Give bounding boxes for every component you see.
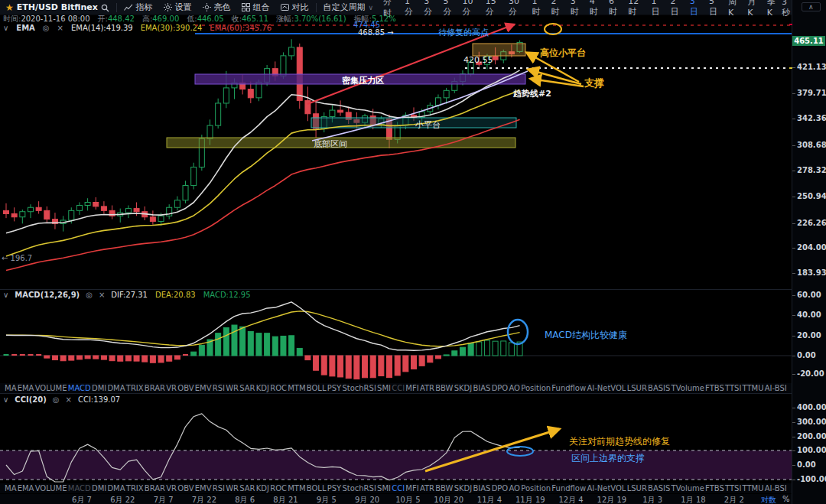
toolbar-button-亮色[interactable]: 亮色 [197, 2, 236, 13]
settings-target-icon[interactable]: ◎ [53, 395, 60, 404]
tab-BOLL[interactable]: BOLL [307, 384, 327, 392]
toolbar-button-设置[interactable]: 设置 [158, 2, 197, 13]
tab-FTBS[interactable]: FTBS [705, 384, 724, 392]
tab-AO[interactable]: AO [509, 384, 520, 392]
period-button-月K[interactable]: 月K [743, 0, 762, 19]
tab-TTMU[interactable]: TTMU [743, 484, 764, 493]
close-icon[interactable]: × [99, 291, 105, 299]
tab-SMI[interactable]: SMI [377, 484, 391, 493]
tab-BBW[interactable]: BBW [435, 384, 453, 392]
axis-collapse-button[interactable]: ∧ [802, 2, 821, 11]
macd-panel-chart[interactable] [0, 298, 792, 382]
tab-Position[interactable]: Position [521, 484, 551, 493]
tab-MTM[interactable]: MTM [288, 384, 305, 392]
collapse-caret-icon[interactable]: ∨ [3, 395, 8, 404]
tab-EMA[interactable]: EMA [18, 384, 34, 392]
tab-BIAS[interactable]: BIAS [473, 484, 490, 493]
period-button-3日[interactable]: 3日 [685, 0, 704, 19]
tab-SAR[interactable]: SAR [239, 384, 255, 392]
period-button-3分[interactable]: 3分 [419, 0, 438, 19]
tab-MFI[interactable]: MFI [405, 484, 418, 493]
toolbar-button-对比[interactable]: 对比 [275, 2, 314, 13]
tab-BBW[interactable]: BBW [435, 484, 453, 493]
period-button-6时[interactable]: 6时 [604, 0, 623, 19]
tab-TVolume[interactable]: TVolume [672, 384, 704, 392]
tab-CCI[interactable]: CCI [392, 484, 405, 493]
period-button-10分[interactable]: 10分 [458, 0, 481, 19]
settings-target-icon[interactable]: ◎ [86, 291, 93, 299]
tab-DPO[interactable]: DPO [492, 484, 509, 493]
tab-VOLUME[interactable]: VOLUME [35, 484, 67, 493]
close-icon[interactable]: × [66, 395, 72, 404]
axis-control-%[interactable]: % [782, 495, 790, 503]
tab-VR[interactable]: VR [166, 484, 177, 493]
tab-AI-NetVOL[interactable]: AI-NetVOL [587, 484, 626, 493]
main-candlestick-chart[interactable] [0, 21, 792, 289]
tab-SMI[interactable]: SMI [377, 384, 391, 392]
tab-VOLUME[interactable]: VOLUME [35, 384, 67, 392]
tab-MACD[interactable]: MACD [68, 484, 91, 493]
tab-BRAR[interactable]: BRAR [145, 384, 165, 392]
symbol-title[interactable]: ★ ETH/USD Bitfinex [0, 2, 115, 13]
tab-BRAR[interactable]: BRAR [145, 484, 165, 493]
tab-BASIS[interactable]: BASIS [648, 484, 670, 493]
custom-period-menu[interactable]: 自定义周期∨ [317, 2, 379, 13]
tab-RSI[interactable]: RSI [213, 384, 225, 392]
tab-PSY[interactable]: PSY [327, 384, 342, 392]
period-button-5分[interactable]: 5分 [438, 0, 457, 19]
tab-MTM[interactable]: MTM [288, 484, 305, 493]
tab-MACD[interactable]: MACD [68, 384, 91, 392]
tab-CCI[interactable]: CCI [392, 384, 405, 392]
period-button-1日[interactable]: 1日 [646, 0, 665, 19]
tab-BASIS[interactable]: BASIS [648, 384, 670, 392]
tab-AI-NetVOL[interactable]: AI-NetVOL [587, 384, 626, 392]
tab-BOLL[interactable]: BOLL [307, 484, 327, 493]
tab-Fundflow[interactable]: Fundflow [551, 384, 586, 392]
tab-BIAS[interactable]: BIAS [473, 384, 490, 392]
cci-panel-chart[interactable] [0, 404, 792, 483]
tab-DMA[interactable]: DMA [107, 384, 125, 392]
tab-FTBS[interactable]: FTBS [705, 484, 724, 493]
period-button-1分[interactable]: 1分 [400, 0, 419, 19]
tab-EMA[interactable]: EMA [18, 484, 34, 493]
period-button-3时[interactable]: 3时 [566, 0, 585, 19]
tab-StochRSI[interactable]: StochRSI [342, 384, 376, 392]
tab-TTMU[interactable]: TTMU [743, 384, 764, 392]
tab-ATR[interactable]: ATR [420, 484, 434, 493]
tab-MA[interactable]: MA [5, 384, 16, 392]
tab-LSUR[interactable]: LSUR [627, 484, 647, 493]
price-axis[interactable]: ∧ 421.13379.71342.36308.68278.32250.9422… [792, 0, 826, 504]
search-icon[interactable] [101, 2, 109, 12]
tab-SKDJ[interactable]: SKDJ [454, 484, 473, 493]
tab-OBV[interactable]: OBV [177, 484, 193, 493]
period-button-1时[interactable]: 1时 [527, 0, 546, 19]
tab-TRIX[interactable]: TRIX [126, 484, 144, 493]
refresh-interval-label[interactable]: 3秒 [782, 0, 790, 18]
tab-PSY[interactable]: PSY [327, 484, 342, 493]
tab-WR[interactable]: WR [226, 384, 239, 392]
tab-Fundflow[interactable]: Fundflow [551, 484, 586, 493]
tab-KDJ[interactable]: KDJ [256, 384, 269, 392]
tab-MA[interactable]: MA [5, 484, 16, 493]
period-button-周K[interactable]: 周K [724, 0, 743, 19]
tab-ATR[interactable]: ATR [420, 384, 434, 392]
axis-control-对数[interactable]: 对数 [761, 495, 776, 504]
tab-TVolume[interactable]: TVolume [672, 484, 704, 493]
tab-SKDJ[interactable]: SKDJ [454, 384, 473, 392]
tab-StochRSI[interactable]: StochRSI [342, 484, 376, 493]
tab-KDJ[interactable]: KDJ [256, 484, 269, 493]
tab-ROC[interactable]: ROC [270, 384, 287, 392]
period-button-5日[interactable]: 5日 [704, 0, 724, 19]
tab-TTSI[interactable]: TTSI [725, 484, 741, 493]
collapse-caret-icon[interactable]: ∨ [3, 291, 8, 299]
period-button-2日[interactable]: 2日 [666, 0, 685, 19]
toolbar-button-组合[interactable]: 组合 [236, 2, 275, 13]
period-button-15分[interactable]: 15分 [481, 0, 504, 19]
tab-LSUR[interactable]: LSUR [627, 384, 647, 392]
period-button-2时[interactable]: 2时 [547, 0, 566, 19]
tab-SAR[interactable]: SAR [239, 484, 255, 493]
tab-DMA[interactable]: DMA [107, 484, 125, 493]
tab-RSI[interactable]: RSI [213, 484, 225, 493]
tab-WR[interactable]: WR [226, 484, 239, 493]
period-button-12时[interactable]: 12时 [623, 0, 646, 19]
